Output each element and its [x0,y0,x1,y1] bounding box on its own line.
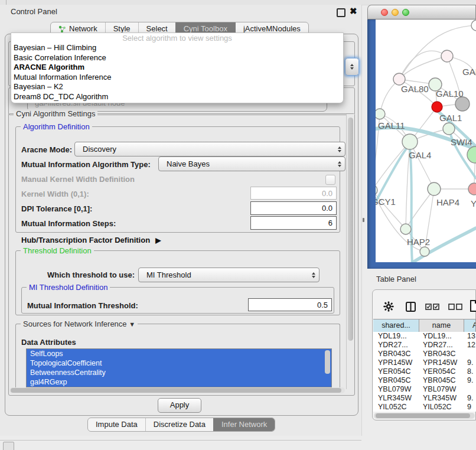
dropdown-item[interactable]: ARACNE Algorithm [11,63,343,73]
aracne-mode-select[interactable]: Discovery [74,142,345,156]
node-label: GAL80 [401,84,429,94]
network-node-gal[interactable] [441,50,453,62]
kernel-width-input[interactable]: 0.0 [250,187,337,200]
split-pane-handle[interactable] [363,218,364,222]
table-cell: YDR27... [373,341,419,350]
network-node-gal80[interactable] [393,73,405,85]
list-scrollbar[interactable] [325,350,330,374]
node-label: GAL1 [439,113,462,123]
table-row[interactable]: YLR345WYLR345W9. [373,394,476,403]
dropdown-item[interactable]: Bayesian – K2 [11,82,343,92]
network-node-hap2[interactable] [400,224,411,234]
node-label: SWI4 [451,137,472,147]
table-row[interactable]: YBL079WYBL079W [373,385,476,394]
spinner-down-icon [350,67,354,70]
column-header[interactable]: shared... [373,319,419,332]
scrollbar-thumb[interactable] [348,118,353,341]
aracne-mode-value: Discovery [83,145,116,154]
which-threshold-value: MI Threshold [146,270,191,279]
column-header[interactable]: A [464,319,476,332]
node-label: GAL11 [378,120,405,131]
network-edge [406,189,434,229]
split-columns-icon[interactable] [406,302,416,312]
network-node[interactable] [467,146,476,163]
dropdown-item[interactable]: Basic Correlation Inference [11,53,343,63]
dropdown-item[interactable]: Bayesian – Hill Climbing [11,43,343,53]
minimize-window-icon[interactable] [392,9,399,16]
which-threshold-select[interactable]: MI Threshold [138,268,319,282]
node-label: GCY1 [376,197,396,207]
network-node-y[interactable] [468,183,476,195]
attribute-item[interactable]: BetweennessCentrality [27,368,331,377]
node-label: GAL10 [436,89,464,99]
data-attributes-list[interactable]: SelfLoopsTopologicalCoefficientBetweenne… [26,348,332,387]
mi-type-select[interactable]: Naive Bayes [158,156,345,171]
settings-vertical-scrollbar[interactable] [346,114,354,389]
algorithm-definition-title: Algorithm Definition [21,122,92,131]
dropdown-item[interactable]: Dream8 DC_TDC Algorithm [11,92,343,102]
network-node[interactable] [420,247,429,256]
export-table-icon[interactable] [470,300,476,312]
tab-discretize-data[interactable]: Discretize Data [145,418,213,431]
table-cell: 9 [464,403,476,412]
network-node-swi4[interactable] [443,123,455,135]
close-panel-icon[interactable]: ✖ [350,6,357,17]
network-edge [399,51,447,79]
network-node-gal4[interactable] [402,134,418,149]
gear-icon[interactable] [383,301,394,312]
close-window-icon[interactable] [381,9,388,16]
table-row[interactable]: YDR27...YDR27...12 [373,341,476,350]
table-row[interactable]: YIL052CYIL052C9 [373,403,476,412]
attribute-item[interactable]: TopologicalCoefficient [27,358,331,368]
network-node-gal1[interactable] [432,102,442,112]
attribute-item[interactable]: gal4RGexp [27,377,331,387]
collapse-arrow-icon: ▼ [129,321,135,328]
table-row[interactable]: YBR045CYBR045C9. [373,376,476,385]
mi-type-label: Mutual Information Algorithm Type: [21,160,151,169]
top-strip-divider [6,0,6,5]
combo-arrows-icon [338,146,341,152]
table-row[interactable]: YER054CYER054C8. [373,367,476,376]
table-horizontal-scrollbar[interactable] [374,413,475,419]
column-header[interactable]: name [419,319,464,332]
table-cell: YER054C [419,367,464,376]
table-row[interactable]: YPR145WYPR145W9. [373,358,476,367]
dropdown-item[interactable]: Mutual Information Inference [11,73,343,83]
network-canvas[interactable]: GALGAL80GAL10GAL1GAL11GAL4SWI4GCY1HAP4YH… [376,19,476,262]
table-header-row: shared...nameA [373,319,476,332]
dropdown-placeholder: Select algorithm to view settings [11,33,343,43]
network-node[interactable] [471,20,476,31]
apply-button[interactable]: Apply [158,398,201,413]
tab-infer-network[interactable]: Infer Network [213,418,275,431]
dpi-tolerance-input[interactable]: 0.0 [250,201,337,215]
settings-horizontal-scrollbar[interactable] [9,387,345,393]
algorithm-combo-spinner[interactable] [345,58,359,76]
mi-steps-input[interactable]: 6 [250,216,337,230]
network-node-hap4[interactable] [428,182,441,195]
collapsed-panel-button[interactable] [3,442,14,450]
deselect-all-columns-icon[interactable] [448,304,462,310]
network-node-gcy1[interactable] [376,185,377,195]
tab-impute-data[interactable]: Impute Data [88,418,145,431]
network-node-gal11[interactable] [376,109,385,119]
zoom-window-icon[interactable] [402,9,409,16]
select-all-columns-icon[interactable] [425,304,439,310]
tab-label: Impute Data [96,418,138,431]
manual-kernel-checkbox[interactable] [325,175,335,185]
network-window-titlebar[interactable] [367,5,476,19]
table-row[interactable]: YBR043CYBR043C [373,350,476,358]
control-panel-title: Control Panel [11,7,57,16]
manual-kernel-label: Manual Kernel Width Definition [21,175,135,184]
table-row[interactable]: YDL19...YDL19...13 [373,332,476,341]
hub-definition-expander[interactable]: Hub/Transcription Factor Definition▶ [21,236,161,244]
scrollbar-thumb[interactable] [376,413,470,418]
float-panel-icon[interactable] [337,8,345,17]
mi-threshold-input[interactable]: 0.5 [248,298,332,311]
network-node[interactable] [455,97,470,111]
attribute-item[interactable]: SelfLoops [27,349,331,358]
mi-threshold-group-title: MI Threshold Definition [27,283,110,292]
dpi-tolerance-label: DPI Tolerance [0,1]: [21,204,92,213]
scrollbar-thumb[interactable] [11,388,341,393]
table-body[interactable]: YDL19...YDL19...13YDR27...YDR27...12YBR0… [373,332,476,412]
table-cell: YPR145W [419,358,464,367]
